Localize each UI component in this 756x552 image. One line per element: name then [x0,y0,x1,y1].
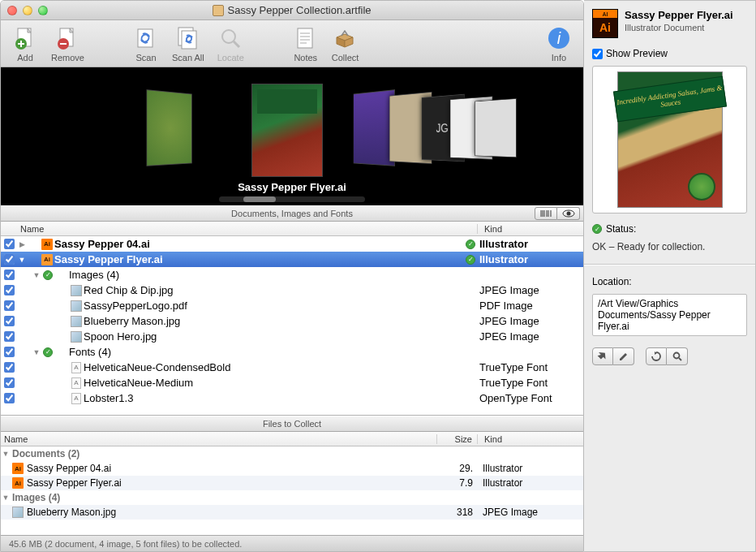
row-kind: JPEG Image [478,330,583,343]
font-file-icon: A [71,362,81,373]
show-preview-checkbox[interactable]: Show Preview [592,48,747,59]
add-button[interactable]: Add [7,24,43,64]
tree-row[interactable]: Red Chip & Dip.jpgJPEG Image [1,282,583,298]
coverflow-item-selected[interactable] [251,84,323,177]
coverflow-scrollbar[interactable] [219,196,365,202]
row-name: Sassy Pepper Flyer.ai [25,477,437,489]
row-name: HelveticaNeue-CondensedBold [84,361,463,373]
svg-text:i: i [557,29,561,47]
collect-group-header[interactable]: ▼Images (4) [1,490,583,505]
svg-point-16 [566,212,570,216]
status-ok-icon: ✓ [466,255,475,265]
row-checkbox[interactable] [4,377,15,388]
locate-button: Locate [213,24,249,64]
ai-file-icon: Ai [12,463,24,474]
titlebar[interactable]: Sassy Pepper Collection.artfile [1,1,583,20]
collect-group-header[interactable]: ▼Documents (2) [1,446,583,461]
collect-column-headers[interactable]: Name Size Kind [1,432,583,446]
coverflow[interactable]: JG Sassy Pepper Flyer.ai [1,67,583,205]
edit-button[interactable] [613,347,634,365]
svg-rect-4 [138,29,152,47]
kind-column-header[interactable]: Kind [478,224,583,234]
row-checkbox[interactable] [4,347,15,357]
image-file-icon [71,300,82,312]
notes-button[interactable]: Notes [288,24,324,64]
info-subtitle: Illustrator Document [625,23,704,32]
font-file-icon: A [71,377,81,389]
kind-column-header[interactable]: Kind [478,434,583,444]
row-name: Blueberry Mason.jpg [25,507,437,518]
tree-row[interactable]: ▼AiSassy Pepper Flyer.ai✓Illustrator [1,252,583,267]
row-kind: Illustrator [478,477,583,489]
reveal-button[interactable] [592,347,613,365]
info-button[interactable]: i Info [541,24,577,64]
disclosure-triangle-icon[interactable]: ▼ [32,348,41,356]
tree-row[interactable]: ▶AiSassy Pepper 04.ai✓Illustrator [1,236,583,252]
row-kind: PDF Image [478,300,583,312]
size-column-header[interactable]: Size [437,434,478,444]
tree-row[interactable]: AHelveticaNeue-CondensedBoldTrueType Fon… [1,360,583,375]
eye-view-button[interactable] [557,207,580,220]
row-checkbox[interactable] [4,285,15,295]
svg-point-17 [673,353,679,359]
search-button[interactable] [667,347,688,365]
info-panel: AIAi Sassy Pepper Flyer.ai Illustrator D… [584,0,756,552]
tree-row[interactable]: Spoon Hero.jpgJPEG Image [1,329,583,344]
status-row: ✓ Status: [592,223,747,235]
scan-all-button[interactable]: Scan All [167,24,209,64]
row-checkbox[interactable] [4,316,15,326]
row-checkbox[interactable] [4,393,15,403]
row-checkbox[interactable] [4,239,15,249]
font-file-icon: A [71,393,81,404]
image-file-icon [12,507,24,518]
tree-row[interactable]: SassyPepperLogo.pdfPDF Image [1,298,583,313]
name-column-header[interactable]: Name [1,434,437,444]
main-window: Sassy Pepper Collection.artfile Add Remo… [0,0,584,552]
row-checkbox[interactable] [4,331,15,342]
row-checkbox[interactable] [4,270,15,280]
tree-row[interactable]: ALobster1.3OpenType Font [1,390,583,406]
scan-button[interactable]: Scan [128,24,164,64]
preview-container: Incredibly Addicting Salsas, Jams & Sauc… [592,66,747,213]
collect-row[interactable]: AiSassy Pepper 04.ai29.Illustrator [1,461,583,476]
row-checkbox[interactable] [4,254,15,265]
tree-row[interactable]: Blueberry Mason.jpgJPEG Image [1,313,583,329]
disclosure-triangle-icon[interactable]: ▶ [17,240,27,248]
location-field[interactable]: /Art View/Graphics Documents/Sassy Peppe… [592,294,747,336]
row-name: SassyPepperLogo.pdf [84,300,463,312]
collect-list[interactable]: ▼Documents (2)AiSassy Pepper 04.ai29.Ill… [1,446,583,535]
collect-button[interactable]: Collect [327,24,364,64]
row-size: 7.9 [437,477,478,489]
status-ok-icon: ✓ [466,239,475,249]
tree-row[interactable]: ▼✓Images (4) [1,267,583,282]
row-checkbox[interactable] [4,362,15,373]
tree-column-headers[interactable]: Name Kind [1,222,583,236]
tree-row[interactable]: ▼✓Fonts (4) [1,344,583,360]
remove-document-icon [54,25,80,51]
name-column-header[interactable]: Name [17,224,478,234]
coverflow-item[interactable] [147,89,192,166]
row-kind: JPEG Image [478,315,583,327]
coverflow-item[interactable] [475,98,516,157]
collect-row[interactable]: AiSassy Pepper Flyer.ai7.9Illustrator [1,476,583,490]
image-file-icon [71,331,82,343]
document-tree[interactable]: ▶AiSassy Pepper 04.ai✓Illustrator▼AiSass… [1,236,583,415]
refresh-button[interactable] [646,347,667,365]
row-name: HelveticaNeue-Medium [84,377,463,389]
disclosure-triangle-icon[interactable]: ▼ [32,271,41,279]
remove-button[interactable]: Remove [46,24,89,64]
tree-row[interactable]: AHelveticaNeue-MediumTrueType Font [1,375,583,390]
barcode-view-button[interactable] [535,207,557,220]
location-label: Location: [592,276,747,287]
row-name: Sassy Pepper 04.ai [25,463,437,474]
disclosure-triangle-icon[interactable]: ▼ [1,494,11,502]
row-kind: TrueType Font [478,361,583,373]
disclosure-triangle-icon[interactable]: ▼ [17,256,27,264]
collect-row[interactable]: Blueberry Mason.jpg318JPEG Image [1,505,583,520]
info-icon: i [546,25,572,51]
coverflow-caption: Sassy Pepper Flyer.ai [1,181,583,193]
disclosure-triangle-icon[interactable]: ▼ [1,450,11,458]
row-kind: TrueType Font [478,377,583,389]
preview-image[interactable]: Incredibly Addicting Salsas, Jams & Sauc… [617,71,723,208]
row-checkbox[interactable] [4,300,15,311]
